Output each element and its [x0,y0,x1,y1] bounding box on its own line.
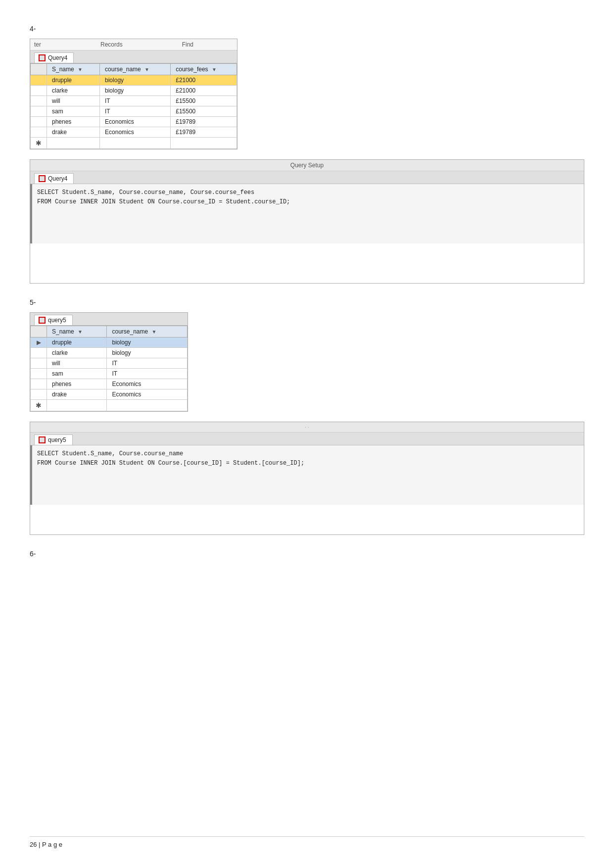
col-s-name[interactable]: S_name ▼ [47,64,100,75]
table-row: sam IT [31,369,188,379]
toolbar-row: ter Records Find [30,39,237,50]
course-name-cell: biology [107,338,188,348]
s-name-cell: will [47,358,107,369]
page-number: 26 | P a g e [30,841,62,848]
s-name-cell: sam [47,106,100,117]
new-course-fees [171,138,237,149]
query4-results-window: ter Records Find Query4 S_name ▼ course_… [30,39,237,149]
course-name-cell: IT [100,106,171,117]
new-row: ✱ [31,400,188,411]
course-name-cell: IT [100,96,171,106]
table-row: phenes Economics [31,379,188,389]
course-name-sort-icon[interactable]: ▼ [152,329,157,335]
row-indicator: ▶ [31,338,47,348]
course-name-cell: biology [100,86,171,96]
row-indicator-header [31,326,47,338]
course-fees-cell: £19789 [171,117,237,127]
query4-results-table: S_name ▼ course_name ▼ course_fees ▼ dru… [30,63,237,149]
s-name-cell: clarke [47,86,100,96]
s-name-cell: drake [47,389,107,400]
query4-header-row: S_name ▼ course_name ▼ course_fees ▼ [31,64,237,75]
query4-tab[interactable]: Query4 [34,52,74,63]
course-name-cell: Economics [107,379,188,389]
section-4-label: 4- [30,25,584,33]
row-indicator [31,348,47,358]
new-row: ✱ [31,138,237,149]
section-4: 4- ter Records Find Query4 S_name ▼ c [30,25,584,284]
s-name-cell: drupple [47,338,107,348]
s-name-cell: phenes [47,117,100,127]
query5-setup-window: · · query5 SELECT Student.S_name, Course… [30,422,584,535]
query5-tab-icon [39,317,46,324]
query5-sql-text[interactable]: SELECT Student.S_name, Course.course_nam… [32,445,309,505]
query5-setup-tab-label: query5 [48,436,66,443]
query4-setup-tab-icon [39,175,46,182]
records-label: Records [100,41,123,48]
query5-setup-tab-bar: query5 [30,433,584,445]
col-course-name[interactable]: course_name ▼ [100,64,171,75]
course-name-cell: biology [107,348,188,358]
section-5-label: 5- [30,298,584,306]
page-footer: 26 | P a g e [30,836,584,848]
table-row: sam IT £15500 [31,106,237,117]
col-s-name[interactable]: S_name ▼ [47,326,107,338]
course-fees-sort-icon[interactable]: ▼ [212,67,217,72]
asterisk-indicator: ✱ [31,400,47,411]
section-5: 5- query5 S_name ▼ course_name ▼ [30,298,584,535]
course-name-cell: IT [107,369,188,379]
section-6-label: 6- [30,550,584,558]
new-s-name [47,400,107,411]
s-name-cell: drake [47,127,100,138]
course-name-cell: IT [107,358,188,369]
query4-tab-icon [39,54,46,61]
col-course-fees[interactable]: course_fees ▼ [171,64,237,75]
sql-extra-space [30,505,584,534]
s-name-cell: drupple [47,75,100,86]
row-indicator [31,369,47,379]
s-name-sort-icon[interactable]: ▼ [78,67,83,72]
s-name-cell: clarke [47,348,107,358]
ter-label: ter [34,41,41,48]
query5-setup-toolbar: · · [30,422,584,433]
query5-tab[interactable]: query5 [34,315,73,325]
query-setup-toolbar: Query Setup [30,160,584,171]
new-course-name [100,138,171,149]
s-name-cell: sam [47,369,107,379]
query5-results-table: S_name ▼ course_name ▼ ▶ drupple biology… [30,326,188,411]
table-row: clarke biology £21000 [31,86,237,96]
table-row: drake Economics [31,389,188,400]
row-indicator [31,106,47,117]
find-label: Find [182,41,193,48]
course-name-sort-icon[interactable]: ▼ [144,67,149,72]
query5-setup-tab[interactable]: query5 [34,434,73,445]
s-name-cell: will [47,96,100,106]
sql-extra-space [30,243,584,283]
table-row: drupple biology £21000 [31,75,237,86]
row-indicator [31,379,47,389]
query5-sql-area: SELECT Student.S_name, Course.course_nam… [30,445,584,505]
s-name-sort-icon[interactable]: ▼ [78,329,83,335]
query4-tab-label: Query4 [48,54,67,61]
s-name-cell: phenes [47,379,107,389]
row-indicator-header [31,64,47,75]
query4-sql-text[interactable]: SELECT Student.S_name, Course.course_nam… [32,184,295,243]
section-6: 6- [30,550,584,558]
row-indicator [31,75,47,86]
query4-setup-tab-label: Query4 [48,175,67,182]
query4-setup-window: Query Setup Query4 SELECT Student.S_name… [30,159,584,284]
table-row: will IT [31,358,188,369]
query4-setup-tab[interactable]: Query4 [34,173,74,184]
query5-tab-label: query5 [48,317,66,324]
course-fees-cell: £21000 [171,75,237,86]
course-fees-cell: £15500 [171,106,237,117]
table-row: will IT £15500 [31,96,237,106]
course-fees-cell: £21000 [171,86,237,96]
row-indicator [31,389,47,400]
new-course-name [107,400,188,411]
course-name-cell: Economics [107,389,188,400]
course-name-cell: biology [100,75,171,86]
query5-setup-tab-icon [39,436,46,443]
col-course-name[interactable]: course_name ▼ [107,326,188,338]
table-row: phenes Economics £19789 [31,117,237,127]
row-indicator [31,86,47,96]
